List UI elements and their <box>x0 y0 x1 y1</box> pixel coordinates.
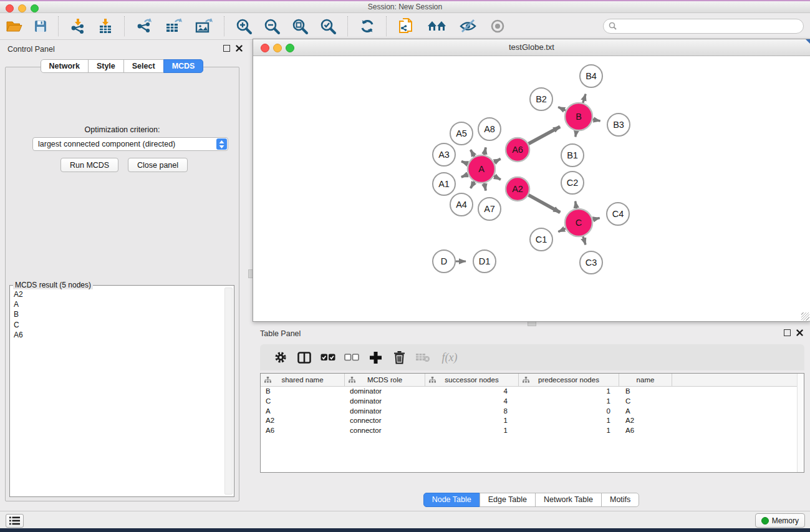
result-item[interactable]: A2 <box>11 289 225 299</box>
refresh-button[interactable] <box>354 15 381 37</box>
graph-edge-A-A4[interactable] <box>471 181 475 188</box>
graph-edge-A-A7[interactable] <box>485 183 486 191</box>
graph-edge-A-A8[interactable] <box>485 147 486 155</box>
function-builder-button[interactable]: f(x) <box>435 347 465 368</box>
table-row[interactable]: A6connector11A6 <box>261 426 804 436</box>
network-window-title: testGlobe.txt <box>253 42 810 52</box>
graph-edge-A-A6[interactable] <box>494 159 500 163</box>
graph-node-label: B4 <box>586 71 597 81</box>
column-header-shared-name[interactable]: shared name <box>261 374 345 386</box>
graph-edge-A-A5[interactable] <box>471 150 475 157</box>
column-tree-icon <box>349 377 355 383</box>
close-panel-icon[interactable] <box>236 45 243 52</box>
columns-icon <box>297 352 311 364</box>
delete-column-button[interactable] <box>387 347 411 368</box>
hide-selected-button[interactable] <box>453 15 483 37</box>
memory-button[interactable]: Memory <box>755 513 805 528</box>
tab-mcds[interactable]: MCDS <box>163 59 204 73</box>
graph-edge-B-B2[interactable] <box>558 107 566 111</box>
export-table-button[interactable] <box>159 15 189 37</box>
tab-edge-table[interactable]: Edge Table <box>480 493 536 507</box>
optimization-criterion-label: Optimization criterion: <box>6 125 239 134</box>
close-panel-button[interactable]: Close panel <box>128 158 188 172</box>
table-row[interactable]: Bdominator41B <box>261 387 804 397</box>
table-row[interactable]: Cdominator41C <box>261 397 804 407</box>
graph-edge-A-A3[interactable] <box>461 162 468 164</box>
column-header-name[interactable]: name <box>619 374 672 386</box>
column-header-MCDS-role[interactable]: MCDS role <box>345 374 425 386</box>
delete-table-button[interactable] <box>411 347 435 368</box>
table-row[interactable]: A2connector11A2 <box>261 416 804 426</box>
network-window-titlebar[interactable]: testGlobe.txt <box>253 39 810 56</box>
graph-edge-C-C4[interactable] <box>592 218 599 220</box>
new-network-from-file-button[interactable] <box>392 15 421 37</box>
tab-select[interactable]: Select <box>123 59 164 73</box>
result-item[interactable]: A6 <box>11 330 225 340</box>
column-header-successor-nodes[interactable]: successor nodes <box>425 374 519 386</box>
graph-edge-A-A2[interactable] <box>494 176 501 180</box>
toolbar-separator <box>124 16 125 36</box>
graph-node-label: A3 <box>438 150 450 160</box>
float-panel-icon[interactable] <box>223 45 230 52</box>
show-columns-button[interactable] <box>292 347 316 368</box>
column-header-predecessor-nodes[interactable]: predecessor nodes <box>519 374 619 386</box>
export-image-button[interactable] <box>189 15 219 37</box>
task-history-button[interactable] <box>6 514 24 528</box>
first-neighbors-button[interactable] <box>421 15 453 37</box>
mcds-result-list[interactable]: A2ABCA6 <box>11 289 225 495</box>
graph-edge-A-A1[interactable] <box>461 175 468 177</box>
table-row[interactable]: Adominator80A <box>261 407 804 417</box>
export-network-button[interactable] <box>130 15 159 37</box>
select-all-rows-button[interactable] <box>316 347 340 368</box>
graph-node-label: C2 <box>567 178 579 188</box>
zoom-fit-button[interactable] <box>286 15 314 37</box>
import-network-button[interactable] <box>64 15 92 37</box>
trash-icon <box>393 351 405 364</box>
open-session-button[interactable] <box>0 15 28 37</box>
search-input[interactable] <box>603 19 804 34</box>
graph-edge-C-C2[interactable] <box>576 201 577 209</box>
table-cell: 0 <box>519 407 619 417</box>
table-header-row: shared nameMCDS rolesuccessor nodesprede… <box>261 374 804 387</box>
table-cell: C <box>619 397 672 407</box>
table-scrollbar[interactable] <box>797 374 804 472</box>
table-settings-button[interactable] <box>269 347 292 368</box>
zoom-selected-button[interactable] <box>314 15 342 37</box>
graph-edge-B-B3[interactable] <box>593 120 600 121</box>
tab-network[interactable]: Network <box>41 59 89 73</box>
result-scrollbar[interactable] <box>224 288 233 495</box>
table-toolbar: f(x) <box>260 344 804 370</box>
graph-edge-B-B1[interactable] <box>576 131 577 137</box>
graph-edge-C-C1[interactable] <box>558 228 566 231</box>
run-mcds-button[interactable]: Run MCDS <box>60 158 118 172</box>
result-item[interactable]: A <box>11 299 225 309</box>
float-panel-icon[interactable] <box>784 329 791 336</box>
network-canvas[interactable]: B4B2BB3A8A5A6A3B1AC2A1A2A4A7C4CC1C3DD1 <box>253 56 810 321</box>
resize-grip[interactable] <box>801 312 809 321</box>
zoom-out-button[interactable] <box>258 15 286 37</box>
graph-edge-A6-B[interactable] <box>529 127 561 143</box>
graph-edge-C-C3[interactable] <box>583 236 586 244</box>
optimization-criterion-value: largest connected component (directed) <box>33 140 216 148</box>
zoom-in-button[interactable] <box>230 15 258 37</box>
graph-edge-B-B4[interactable] <box>583 94 586 103</box>
close-panel-icon[interactable] <box>796 329 803 336</box>
table-cell: A2 <box>619 416 672 426</box>
result-item[interactable]: C <box>11 320 225 330</box>
save-session-button[interactable] <box>28 15 53 37</box>
optimization-criterion-select[interactable]: largest connected component (directed) <box>32 137 228 151</box>
show-all-button[interactable] <box>483 15 512 37</box>
tab-motifs[interactable]: Motifs <box>601 493 639 507</box>
graph-node-label: B2 <box>536 94 547 104</box>
graph-edge-A2-C[interactable] <box>529 195 561 213</box>
tab-network-table[interactable]: Network Table <box>535 493 602 507</box>
create-column-button[interactable] <box>364 347 387 368</box>
network-graph[interactable]: B4B2BB3A8A5A6A3B1AC2A1A2A4A7C4CC1C3DD1 <box>253 56 809 321</box>
table-panel-title: Table Panel <box>260 329 301 338</box>
network-view-window: testGlobe.txt B4B2BB3A8A5A6A3B1AC2A1A2A4… <box>253 39 810 322</box>
tab-style[interactable]: Style <box>88 59 124 73</box>
import-table-button[interactable] <box>92 15 119 37</box>
result-item[interactable]: B <box>11 309 225 319</box>
deselect-all-rows-button[interactable] <box>340 347 364 368</box>
tab-node-table[interactable]: Node Table <box>423 493 480 507</box>
